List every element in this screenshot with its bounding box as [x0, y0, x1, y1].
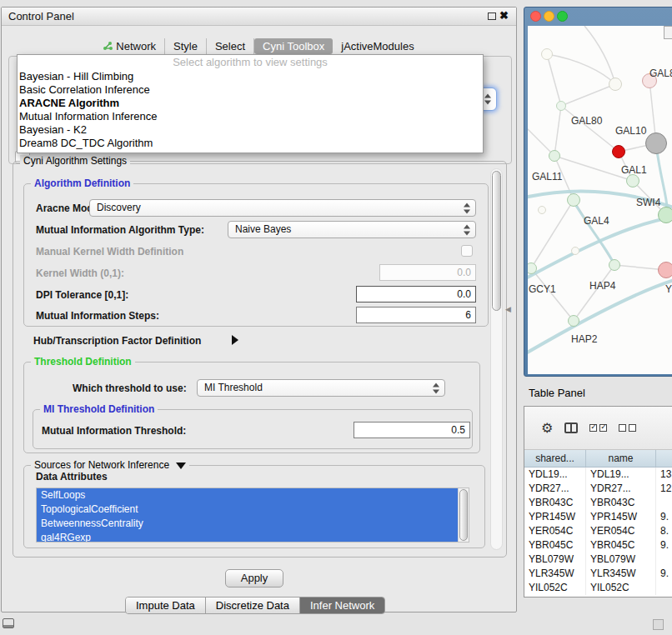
kernel-width-input[interactable] [379, 264, 476, 281]
dropdown-placeholder: Select algorithm to view settings [18, 55, 483, 70]
network-node[interactable] [567, 193, 580, 207]
mi-threshold-title: MI Threshold Definition [40, 403, 158, 415]
network-node[interactable] [612, 145, 625, 158]
kernel-width-label: Kernel Width (0,1): [36, 268, 124, 279]
network-canvas[interactable]: GAL8GAL80GAL10GAL11GAL1SWI4GAL4GCY1HAP4H… [528, 26, 672, 374]
sources-group: Sources for Network Inference Data Attri… [23, 465, 485, 548]
algorithm-option-selected[interactable]: ARACNE Algorithm [18, 97, 483, 110]
apply-button[interactable]: Apply [225, 569, 283, 588]
which-threshold-combo[interactable]: MI Threshold [197, 379, 445, 397]
table-cell: YBL079W [524, 552, 586, 567]
table-row[interactable]: YDL19...YDL19...13 [524, 468, 672, 482]
tab-style[interactable]: Style [165, 38, 207, 54]
table-row[interactable]: YDR27...YDR27...12 [524, 482, 672, 496]
sources-header[interactable]: Sources for Network Inference [31, 459, 189, 471]
panel-collapse-arrow[interactable]: ◀ [505, 305, 511, 313]
column-header-shared-name[interactable]: shared... [524, 450, 586, 467]
which-threshold-value: MI Threshold [204, 382, 263, 393]
tab-cyni-toolbox[interactable]: Cyni Toolbox [254, 38, 333, 54]
settings-scrollbar[interactable] [490, 168, 503, 550]
manual-kernel-label: Manual Kernel Width Definition [36, 246, 183, 258]
minimized-panel-icon[interactable] [3, 618, 14, 628]
tab-network[interactable]: Network [95, 38, 165, 54]
algorithm-option[interactable]: Bayesian - K2 [18, 123, 483, 137]
network-node[interactable] [609, 78, 622, 91]
table-row[interactable]: YBL079WYBL079W [524, 552, 672, 567]
table-cell: YIL052C [524, 581, 586, 595]
manual-kernel-checkbox[interactable] [461, 245, 473, 257]
table-row[interactable]: YLR345WYLR345W9. [524, 567, 672, 581]
table-cell: YBR043C [524, 496, 586, 510]
canvas-scrollbar-corner[interactable] [664, 26, 672, 39]
tab-impute-data[interactable]: Impute Data [126, 598, 206, 613]
zoom-traffic-light[interactable] [557, 11, 568, 22]
mi-threshold-input[interactable] [354, 422, 470, 438]
dpi-tolerance-input[interactable] [356, 286, 476, 302]
tab-jactivemodules[interactable]: jActiveModules [333, 38, 422, 54]
table-row[interactable]: YBR045CYBR045C9. [524, 538, 672, 552]
algorithm-option[interactable]: Dream8 DC_TDC Algorithm [18, 137, 483, 150]
resize-grip[interactable] [653, 619, 664, 630]
mi-type-combo[interactable]: Naive Bayes [228, 221, 476, 238]
dpi-tolerance-label: DPI Tolerance [0,1]: [36, 289, 128, 301]
scrollbar-thumb[interactable] [492, 171, 501, 311]
attribute-item[interactable]: BetweennessCentrality [37, 517, 469, 531]
algorithm-definition-group: Algorithm Definition Aracne Mode: Discov… [23, 183, 489, 327]
table-cell [656, 552, 672, 567]
network-node[interactable] [571, 247, 579, 255]
threshold-definition-group: Threshold Definition Which threshold to … [23, 362, 480, 453]
scrollbar-thumb[interactable] [459, 489, 468, 541]
network-node[interactable] [549, 150, 560, 162]
table-cell: 12 [656, 482, 672, 496]
close-icon[interactable]: ✖ [499, 9, 509, 22]
network-node[interactable] [626, 174, 639, 188]
attribute-item[interactable]: TopologicalCoefficient [37, 502, 469, 517]
columns-icon[interactable] [564, 422, 578, 433]
close-traffic-light[interactable] [530, 11, 541, 22]
network-node[interactable] [568, 315, 579, 327]
desktop: Control Panel ✖ Network Style Select Cyn… [0, 0, 672, 635]
tab-select[interactable]: Select [207, 38, 254, 54]
table-cell: YDR27... [524, 482, 586, 496]
hub-definition-header[interactable]: Hub/Transcription Factor Definition [33, 335, 201, 347]
minimize-traffic-light[interactable] [544, 11, 554, 22]
data-attributes-label: Data Attributes [36, 471, 108, 482]
attribute-list-scrollbar[interactable] [458, 488, 469, 542]
table-row[interactable]: YER054CYER054C8. [524, 524, 672, 538]
table-cell: 9. [656, 567, 672, 581]
tab-select-label: Select [215, 40, 245, 52]
panel-tabs: Network Style Select Cyni Toolbox jActiv… [2, 38, 516, 55]
node-label: SWI4 [636, 197, 660, 208]
mi-threshold-label: Mutual Information Threshold: [42, 425, 186, 437]
network-node[interactable] [658, 207, 672, 223]
attribute-item[interactable]: gal4RGexp [37, 531, 469, 542]
algorithm-option[interactable]: Basic Correlation Inference [18, 83, 483, 97]
network-node[interactable] [541, 48, 553, 60]
float-window-icon[interactable] [488, 12, 496, 20]
column-header-name[interactable]: name [586, 450, 656, 467]
control-panel-titlebar[interactable]: Control Panel ✖ [2, 8, 516, 26]
attribute-item[interactable]: SelfLoops [37, 488, 469, 502]
deselect-all-icon[interactable] [619, 424, 636, 432]
aracne-mode-combo[interactable]: Discovery [89, 199, 476, 217]
checked-box-icon [599, 424, 607, 432]
gear-icon[interactable]: ⚙ [541, 422, 553, 435]
network-node[interactable] [538, 206, 546, 214]
table-row[interactable]: YPR145WYPR145W9. [524, 510, 672, 524]
table-row[interactable]: YBR043CYBR043C [524, 496, 672, 510]
node-label: Y [665, 283, 672, 295]
table-cell: YER054C [524, 524, 586, 538]
tab-infer-network[interactable]: Infer Network [300, 598, 384, 613]
network-node[interactable] [609, 259, 620, 271]
algorithm-option[interactable]: Bayesian - Hill Climbing [18, 70, 483, 83]
network-node[interactable] [658, 262, 672, 278]
algorithm-option[interactable]: Mutual Information Inference [18, 110, 483, 123]
network-node[interactable] [645, 132, 667, 154]
network-node[interactable] [556, 101, 566, 111]
expand-arrow-icon[interactable] [232, 335, 238, 345]
tab-discretize-data[interactable]: Discretize Data [206, 598, 300, 613]
select-all-icon[interactable] [589, 424, 607, 432]
mi-steps-input[interactable] [356, 307, 476, 323]
column-header-partial[interactable] [656, 450, 672, 467]
table-row[interactable]: YIL052CYIL052C [524, 581, 672, 595]
